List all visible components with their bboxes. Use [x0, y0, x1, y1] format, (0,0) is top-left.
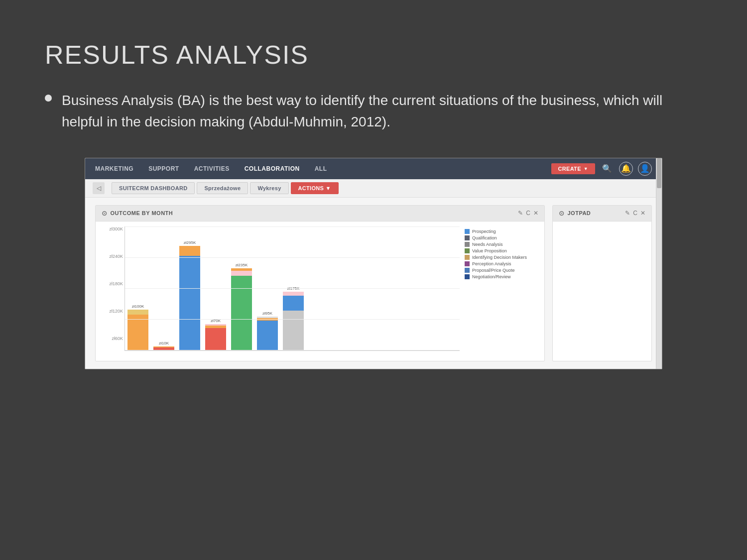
legend-label-prospecting: Prospecting [472, 229, 496, 234]
jotpad-title-text: JOTPAD [568, 210, 591, 216]
y-label-2: zł120K [101, 309, 123, 314]
chart-panel-actions: ✎ C ✕ [518, 210, 538, 217]
chart-panel-header: ⊙ OUTCOME BY MONTH ✎ C ✕ [96, 206, 544, 222]
chart-icon: ⊙ [102, 210, 108, 217]
bar-seg-1-1 [127, 315, 148, 350]
legend-color-proposal [465, 268, 470, 273]
bar-label-5: zł235K [236, 263, 248, 267]
create-button[interactable]: CREATE ▼ [551, 163, 595, 174]
y-label-3: zł180K [101, 281, 123, 286]
legend-color-qualification [465, 235, 470, 240]
bar-seg-7-2 [283, 296, 304, 311]
chart-close-icon[interactable]: ✕ [533, 210, 538, 217]
legend-value-prop: Value Proposition [465, 248, 539, 253]
legend-prospecting: Prospecting [465, 229, 539, 234]
bar-label-1: zł100K [132, 304, 144, 309]
subnav-actions[interactable]: ACTIONS ▼ [291, 182, 339, 194]
legend-label-proposal: Proposal/Price Quote [472, 268, 515, 273]
legend-needs-analysis: Needs Analysis [465, 242, 539, 247]
bars-area: zł100K zł10K [124, 226, 460, 351]
create-btn-arrow: ▼ [584, 166, 588, 171]
legend-label-decision: Identifying Decision Makers [472, 255, 527, 260]
chart-refresh-icon[interactable]: C [526, 210, 530, 217]
stacked-bar-6 [257, 317, 278, 350]
notification-icon-btn[interactable]: 🔔 [619, 162, 633, 176]
back-button[interactable]: ◁ [93, 182, 105, 194]
legend-color-negotiation [465, 274, 470, 279]
stacked-bar-4 [205, 324, 226, 350]
jotpad-title: ⊙ JOTPAD [559, 210, 591, 217]
jotpad-panel: ⊙ JOTPAD ✎ C ✕ [552, 205, 652, 361]
bar-group-5: zł235K [231, 263, 252, 350]
legend-color-decision [465, 255, 470, 260]
y-axis: zł300K zł240K zł180K zł120K zł60K [101, 226, 123, 341]
bar-seg-3-1 [179, 256, 200, 350]
chart-panel-outcome: ⊙ OUTCOME BY MONTH ✎ C ✕ [95, 205, 545, 361]
bar-seg-1-2 [127, 310, 148, 315]
bar-label-2: zł10K [159, 341, 169, 345]
crm-navbar: MARKETING SUPPORT ACTIVITIES COLLABORATI… [85, 158, 662, 179]
chart-panel-title: ⊙ OUTCOME BY MONTH [102, 210, 173, 217]
stacked-bar-2 [153, 346, 174, 350]
jotpad-close-icon[interactable]: ✕ [640, 210, 645, 217]
subnav-wykresy[interactable]: Wykresy [250, 182, 288, 194]
bar-seg-5-2 [231, 271, 252, 276]
user-icon-btn[interactable]: 👤 [638, 162, 652, 176]
bar-seg-4-1 [205, 328, 226, 350]
subnav-dashboard[interactable]: SUITECRM DASHBOARD [112, 182, 195, 194]
slide-title: RESULTS ANALYSIS [45, 40, 702, 70]
chart-bottom-spacer [96, 351, 544, 361]
legend-color-prospecting [465, 229, 470, 234]
stacked-bar-3 [179, 246, 200, 350]
bar-group-6: zł95K [257, 311, 278, 350]
legend-color-needs [465, 242, 470, 247]
chart-body: zł300K zł240K zł180K zł120K zł60K [96, 222, 544, 351]
nav-item-activities[interactable]: ACTIVITIES [194, 165, 230, 172]
jotpad-refresh-icon[interactable]: C [633, 210, 637, 217]
jotpad-actions: ✎ C ✕ [625, 210, 645, 217]
nav-item-support[interactable]: SUPPORT [148, 165, 179, 172]
stacked-bar-5 [231, 268, 252, 350]
chart-edit-icon[interactable]: ✎ [518, 210, 523, 217]
legend-color-value [465, 248, 470, 253]
search-icon-btn[interactable]: 🔍 [600, 162, 614, 176]
nav-item-all[interactable]: ALL [315, 165, 327, 172]
legend-qualification: Qualification [465, 235, 539, 240]
legend-perception: Perception Analysis [465, 261, 539, 266]
chart-legend: Prospecting Qualification Needs Analysis [465, 226, 539, 351]
bar-seg-7-1 [283, 311, 304, 350]
subnav-sprzedazowe[interactable]: Sprzedażowe [197, 182, 248, 194]
bar-group-2: zł10K [153, 341, 174, 350]
bullet-dot [45, 95, 52, 102]
scrollbar-thumb[interactable] [657, 158, 661, 188]
crm-nav-right: CREATE ▼ 🔍 🔔 👤 [551, 162, 652, 176]
bar-seg-3-2 [179, 246, 200, 256]
legend-label-perception: Perception Analysis [472, 261, 511, 266]
legend-label-needs: Needs Analysis [472, 242, 503, 247]
crm-dashboard: ⊙ OUTCOME BY MONTH ✎ C ✕ [85, 198, 662, 369]
bar-seg-2-1 [153, 347, 174, 350]
y-label-1: zł60K [101, 336, 123, 341]
legend-label-value: Value Proposition [472, 248, 507, 253]
scrollbar[interactable] [656, 158, 662, 369]
jotpad-edit-icon[interactable]: ✎ [625, 210, 630, 217]
jotpad-content [553, 222, 651, 331]
legend-proposal: Proposal/Price Quote [465, 268, 539, 273]
bar-label-6: zł95K [262, 311, 272, 316]
bullet-list: Business Analysis (BA) is the best way t… [45, 90, 702, 133]
bar-group-4: zł70K [205, 319, 226, 350]
bullet-item: Business Analysis (BA) is the best way t… [45, 90, 702, 133]
slide-content: RESULTS ANALYSIS Business Analysis (BA) … [0, 0, 747, 369]
crm-subnav: ◁ SUITECRM DASHBOARD Sprzedażowe Wykresy… [85, 179, 662, 198]
slide-container: RESULTS ANALYSIS Business Analysis (BA) … [0, 0, 747, 560]
bar-group-1: zł100K [127, 304, 148, 350]
y-label-4: zł240K [101, 254, 123, 259]
stacked-bar-1 [127, 310, 148, 350]
nav-item-collaboration[interactable]: COLLABORATION [245, 165, 300, 172]
bar-seg-5-1 [231, 276, 252, 350]
legend-color-perception [465, 261, 470, 266]
nav-item-marketing[interactable]: MARKETING [95, 165, 133, 172]
legend-decision-makers: Identifying Decision Makers [465, 255, 539, 260]
bar-label-4: zł70K [211, 319, 221, 323]
bar-group-3: zł295K [179, 240, 200, 350]
